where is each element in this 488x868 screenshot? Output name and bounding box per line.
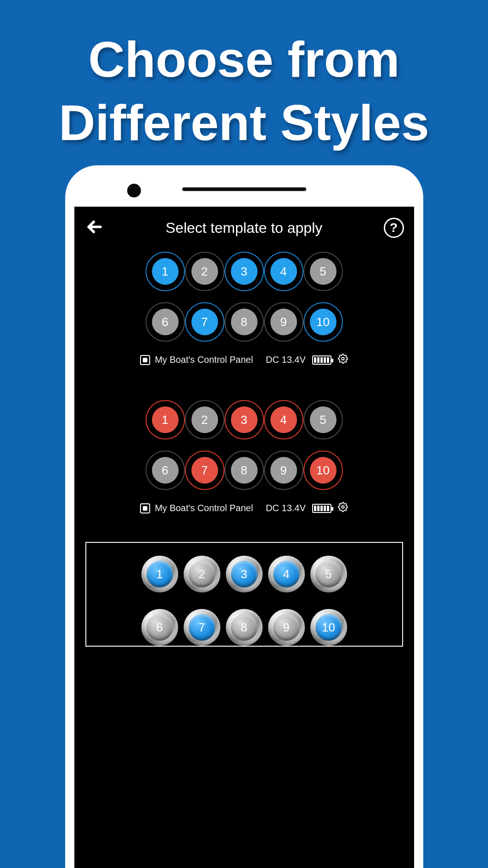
switch-button[interactable]: 9 [267, 305, 301, 339]
switch-button[interactable]: 5 [310, 556, 347, 592]
back-icon[interactable] [84, 217, 105, 239]
template-option-metal[interactable]: 1 2 3 4 5 6 7 8 9 10 [85, 542, 403, 647]
switch-button[interactable]: 7 [188, 305, 222, 339]
switch-button[interactable]: 7 [188, 453, 222, 487]
switch-button[interactable]: 3 [227, 403, 261, 437]
switch-button[interactable]: 10 [306, 453, 340, 487]
switch-button[interactable]: 3 [226, 556, 263, 592]
voltage-label: DC 13.4V [266, 503, 306, 513]
svg-point-0 [342, 357, 344, 360]
switch-button[interactable]: 10 [310, 609, 347, 646]
switch-button[interactable]: 10 [306, 305, 340, 339]
panel-label: My Boat's Control Panel [155, 503, 253, 513]
panel-label: My Boat's Control Panel [155, 355, 253, 365]
switch-button[interactable]: 5 [306, 254, 340, 288]
switch-button[interactable]: 2 [188, 254, 222, 288]
switch-button[interactable]: 1 [141, 556, 178, 592]
switch-button[interactable]: 8 [227, 453, 261, 487]
switch-button[interactable]: 1 [148, 254, 182, 288]
template-option-flat-red[interactable]: 1 2 3 4 5 6 7 8 9 10 My Boat's Control P… [82, 380, 407, 528]
switch-button[interactable]: 8 [226, 609, 263, 646]
gear-icon[interactable] [338, 354, 348, 366]
switch-button[interactable]: 4 [267, 254, 301, 288]
switch-button[interactable]: 6 [141, 609, 178, 646]
switch-button[interactable]: 5 [306, 403, 340, 437]
promo-heading: Choose from Different Styles [0, 0, 488, 172]
battery-icon [312, 504, 331, 513]
svg-point-1 [342, 506, 344, 508]
switch-button[interactable]: 9 [267, 453, 301, 487]
panel-icon [140, 355, 150, 365]
screen-title: Select template to apply [166, 220, 323, 237]
phone-frame: Select template to apply ? 1 2 3 4 5 6 7… [65, 165, 423, 868]
phone-bezel [74, 179, 414, 207]
voltage-label: DC 13.4V [266, 355, 306, 365]
phone-camera [127, 184, 141, 197]
template-option-flat-blue[interactable]: 1 2 3 4 5 6 7 8 9 10 My Boat's Control P… [82, 247, 407, 380]
battery-icon [312, 355, 331, 365]
switch-button[interactable]: 4 [267, 403, 301, 437]
switch-button[interactable]: 1 [148, 403, 182, 437]
topbar: Select template to apply ? [82, 217, 407, 247]
status-row: My Boat's Control Panel DC 13.4V [82, 348, 407, 366]
switch-button[interactable]: 2 [188, 403, 222, 437]
switch-button[interactable]: 8 [227, 305, 261, 339]
switch-button[interactable]: 9 [268, 609, 305, 646]
switch-button[interactable]: 7 [184, 609, 220, 646]
switch-button[interactable]: 3 [227, 254, 261, 288]
help-icon[interactable]: ? [384, 218, 404, 238]
app-screen: Select template to apply ? 1 2 3 4 5 6 7… [74, 207, 414, 868]
panel-icon [140, 503, 150, 513]
switch-button[interactable]: 6 [148, 305, 182, 339]
switch-button[interactable]: 4 [268, 556, 305, 592]
gear-icon[interactable] [338, 502, 348, 514]
status-row: My Boat's Control Panel DC 13.4V [82, 496, 407, 514]
switch-button[interactable]: 6 [148, 453, 182, 487]
switch-button[interactable]: 2 [184, 556, 220, 592]
phone-speaker [182, 187, 306, 191]
